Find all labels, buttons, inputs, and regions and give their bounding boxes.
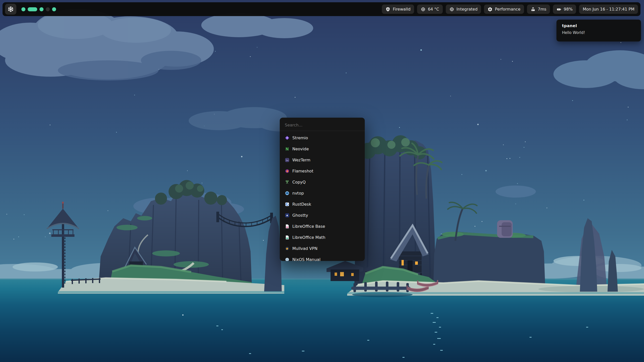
libreoffice-base-icon bbox=[285, 224, 290, 229]
app-label: LibreOffice Math bbox=[292, 235, 325, 240]
workspace-4[interactable] bbox=[46, 7, 50, 11]
module-firewalld[interactable]: Firewalld bbox=[382, 5, 414, 14]
workspace-2[interactable] bbox=[28, 7, 37, 11]
launcher-app-copyq[interactable]: CopyQ bbox=[280, 176, 365, 188]
stremio-icon bbox=[285, 135, 290, 140]
notification-title: tpanel bbox=[562, 23, 635, 28]
app-label: Flameshot bbox=[292, 169, 313, 173]
shield-wifi-icon bbox=[385, 7, 390, 12]
module-performance[interactable]: Performance bbox=[484, 5, 524, 14]
app-label: NixOS Manual bbox=[292, 257, 320, 261]
workspace-indicators bbox=[21, 7, 56, 11]
module-7ms[interactable]: 7ms bbox=[527, 5, 550, 14]
module-label: 64 °C bbox=[428, 7, 439, 12]
workspace-5[interactable] bbox=[52, 7, 56, 11]
notification-body: Hello World! bbox=[562, 30, 635, 35]
workspace-1[interactable] bbox=[21, 7, 25, 11]
mullvad-vpn-icon bbox=[285, 246, 290, 251]
wezterm-icon: $w bbox=[285, 158, 290, 162]
app-label: nvtop bbox=[292, 191, 304, 196]
launcher-app-libreoffice-base[interactable]: LibreOffice Base bbox=[280, 221, 365, 232]
notification-toast[interactable]: tpanel Hello World! bbox=[556, 20, 641, 41]
battery-icon bbox=[556, 7, 561, 12]
desktop: Firewalld64 °CIntegratedPerformance7ms98… bbox=[0, 0, 644, 362]
app-label: Ghostty bbox=[292, 213, 308, 218]
clock-module[interactable]: Mon Jun 16 - 11:27:41 PM bbox=[579, 5, 638, 14]
app-label: CopyQ bbox=[292, 180, 306, 185]
module-64-c[interactable]: 64 °C bbox=[417, 5, 443, 14]
launcher-app-ghostty[interactable]: Ghostty bbox=[280, 210, 365, 221]
module-label: 98% bbox=[564, 7, 573, 12]
launcher-app-nvtop[interactable]: nvtop bbox=[280, 188, 365, 199]
launcher-app-stremio[interactable]: Stremio bbox=[280, 132, 365, 143]
module-label: 7ms bbox=[538, 7, 546, 12]
launcher-app-rustdesk[interactable]: RustDesk bbox=[280, 199, 365, 210]
module-label: Firewalld bbox=[393, 7, 411, 12]
nixos-snowflake-icon bbox=[7, 6, 14, 13]
module-label: Performance bbox=[495, 7, 520, 12]
nvtop-icon bbox=[285, 191, 290, 196]
app-label: Neovide bbox=[292, 147, 309, 151]
launcher-app-nixos-manual[interactable]: NixOS Manual bbox=[280, 254, 365, 261]
launcher-app-mullvad-vpn[interactable]: Mullvad VPN bbox=[280, 243, 365, 254]
copyq-icon bbox=[285, 180, 290, 185]
app-launcher: StremioNeovide$wWezTermFlameshotCopyQnvt… bbox=[280, 118, 365, 261]
app-list: StremioNeovide$wWezTermFlameshotCopyQnvt… bbox=[280, 131, 365, 261]
cpu-chip-icon bbox=[421, 7, 426, 12]
launcher-logo-button[interactable] bbox=[5, 4, 16, 15]
launcher-app-neovide[interactable]: Neovide bbox=[280, 143, 365, 154]
libreoffice-math-icon bbox=[285, 235, 290, 240]
ghostty-icon bbox=[285, 213, 290, 218]
neovide-icon bbox=[285, 147, 290, 151]
app-label: RustDesk bbox=[292, 202, 311, 207]
nixos-manual-icon bbox=[285, 257, 290, 261]
module-label: Integrated bbox=[457, 7, 478, 12]
app-label: LibreOffice Base bbox=[292, 224, 325, 229]
flameshot-icon bbox=[285, 169, 290, 173]
gpu-chip-icon bbox=[449, 7, 454, 12]
rustdesk-icon bbox=[285, 202, 290, 207]
svg-text:$w: $w bbox=[286, 159, 289, 161]
module-integrated[interactable]: Integrated bbox=[446, 5, 481, 14]
gear-icon bbox=[488, 7, 493, 12]
status-modules: Firewalld64 °CIntegratedPerformance7ms98… bbox=[382, 5, 576, 14]
search-input[interactable] bbox=[280, 118, 365, 131]
launcher-app-libreoffice-math[interactable]: LibreOffice Math bbox=[280, 232, 365, 243]
module-98[interactable]: 98% bbox=[553, 5, 576, 14]
launcher-app-flameshot[interactable]: Flameshot bbox=[280, 165, 365, 176]
app-label: WezTerm bbox=[292, 158, 310, 162]
workspace-3[interactable] bbox=[39, 7, 44, 11]
app-label: Mullvad VPN bbox=[292, 246, 317, 251]
app-label: Stremio bbox=[292, 135, 308, 140]
router-icon bbox=[531, 7, 536, 12]
launcher-app-wezterm[interactable]: $wWezTerm bbox=[280, 154, 365, 165]
top-panel: Firewalld64 °CIntegratedPerformance7ms98… bbox=[3, 2, 640, 16]
